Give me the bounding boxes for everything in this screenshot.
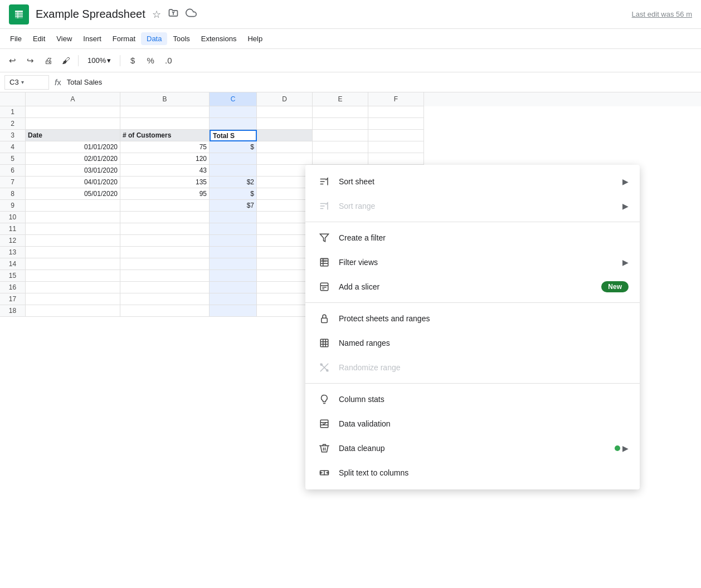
cell-a10[interactable]	[26, 212, 120, 223]
cell-e2[interactable]	[313, 118, 368, 130]
cell-a5[interactable]: 02/01/2020	[26, 153, 120, 165]
cell-a6[interactable]: 03/01/2020	[26, 165, 120, 177]
star-icon[interactable]: ☆	[152, 8, 161, 21]
cell-c7[interactable]: $2	[210, 177, 257, 188]
col-header-b[interactable]: B	[120, 92, 210, 106]
cell-b7[interactable]: 135	[120, 177, 210, 188]
currency-button[interactable]: $	[125, 53, 140, 68]
menu-item-randomize-range[interactable]: Randomize range	[305, 355, 640, 380]
cell-d5[interactable]	[257, 153, 313, 165]
menu-item-named-ranges[interactable]: Named ranges	[305, 331, 640, 355]
cell-b10[interactable]	[120, 212, 210, 223]
cell-d8[interactable]	[257, 188, 313, 200]
cell-b8[interactable]: 95	[120, 188, 210, 200]
cell-a7[interactable]: 04/01/2020	[26, 177, 120, 188]
cell-c9[interactable]: $7	[210, 200, 257, 212]
menu-item-add-slicer[interactable]: Add a slicer New	[305, 275, 640, 299]
cell-a9[interactable]	[26, 200, 120, 212]
redo-button[interactable]: ↪	[22, 53, 38, 68]
cell-d7[interactable]	[257, 177, 313, 188]
formula-input[interactable]: Total Sales	[67, 78, 697, 86]
cell-d1[interactable]	[257, 106, 313, 118]
cell-b5[interactable]: 120	[120, 153, 210, 165]
cell-c1[interactable]	[210, 106, 257, 118]
menu-file[interactable]: File	[4, 32, 27, 45]
data-cleanup-dot-arrow: ▶	[615, 444, 629, 453]
row-num-7: 7	[0, 177, 26, 188]
cell-a3[interactable]: Date	[26, 130, 120, 141]
cell-e3[interactable]	[313, 130, 368, 141]
zoom-control[interactable]: 100% ▾	[83, 55, 115, 66]
doc-title[interactable]: Example Spreadsheet	[36, 8, 145, 21]
menu-item-filter-views[interactable]: Filter views ▶	[305, 250, 640, 275]
data-cleanup-arrow: ▶	[622, 444, 629, 453]
cell-c6[interactable]	[210, 165, 257, 177]
cell-b6[interactable]: 43	[120, 165, 210, 177]
cell-b4[interactable]: 75	[120, 141, 210, 153]
cell-b1[interactable]	[120, 106, 210, 118]
cell-e1[interactable]	[313, 106, 368, 118]
title-bar: Example Spreadsheet ☆ Last edit was 56 m	[0, 0, 701, 29]
folder-icon[interactable]	[168, 7, 179, 21]
menu-item-data-cleanup[interactable]: Data cleanup ▶	[305, 436, 640, 460]
menu-tools[interactable]: Tools	[167, 32, 195, 45]
menu-item-split-text[interactable]: Split text to columns	[305, 460, 640, 485]
menu-format[interactable]: Format	[107, 32, 141, 45]
cell-a1[interactable]	[26, 106, 120, 118]
menu-edit[interactable]: Edit	[27, 32, 51, 45]
cell-c3[interactable]: Total S	[210, 130, 257, 141]
menu-item-sort-sheet[interactable]: Sort sheet ▶	[305, 169, 640, 194]
cell-d2[interactable]	[257, 118, 313, 130]
print-button[interactable]: 🖨	[40, 53, 56, 68]
col-header-e[interactable]: E	[313, 92, 368, 106]
col-header-d[interactable]: D	[257, 92, 313, 106]
menu-view[interactable]: View	[51, 32, 77, 45]
cell-a8[interactable]: 05/01/2020	[26, 188, 120, 200]
cell-c10[interactable]	[210, 212, 257, 223]
cell-c8[interactable]: $	[210, 188, 257, 200]
menu-item-data-validation[interactable]: Data validation	[305, 411, 640, 436]
sheet-container: A B C D E F 1 2 3 Date	[0, 92, 701, 588]
cell-f1[interactable]	[368, 106, 424, 118]
cell-d9[interactable]	[257, 200, 313, 212]
decimal-button[interactable]: .0	[160, 53, 176, 68]
split-icon	[317, 468, 332, 478]
cloud-icon[interactable]	[186, 7, 197, 21]
cell-a4[interactable]: 01/01/2020	[26, 141, 120, 153]
named-ranges-icon	[317, 338, 332, 348]
menu-item-column-stats[interactable]: Column stats	[305, 387, 640, 411]
cell-d10[interactable]	[257, 212, 313, 223]
col-header-a[interactable]: A	[26, 92, 120, 106]
cell-d6[interactable]	[257, 165, 313, 177]
cell-e4[interactable]	[313, 141, 368, 153]
cell-f5[interactable]	[368, 153, 424, 165]
cell-f4[interactable]	[368, 141, 424, 153]
cell-b2[interactable]	[120, 118, 210, 130]
menu-insert[interactable]: Insert	[77, 32, 107, 45]
undo-button[interactable]: ↩	[4, 53, 20, 68]
cell-a2[interactable]	[26, 118, 120, 130]
col-header-c[interactable]: C	[210, 92, 257, 106]
cell-reference[interactable]: C3 ▾	[4, 75, 49, 90]
cell-f3[interactable]	[368, 130, 424, 141]
cell-d3[interactable]	[257, 130, 313, 141]
cell-d4[interactable]	[257, 141, 313, 153]
menu-data[interactable]: Data	[141, 32, 167, 45]
last-edit-text[interactable]: Last edit was 56 m	[632, 10, 692, 18]
cell-c2[interactable]	[210, 118, 257, 130]
menu-item-protect-sheets[interactable]: Protect sheets and ranges	[305, 306, 640, 331]
cell-c4[interactable]: $	[210, 141, 257, 153]
cell-c5[interactable]	[210, 153, 257, 165]
paint-format-button[interactable]: 🖌	[58, 53, 74, 68]
cell-b3[interactable]: # of Customers	[120, 130, 210, 141]
menu-extensions[interactable]: Extensions	[196, 32, 242, 45]
menu-item-create-filter[interactable]: Create a filter	[305, 226, 640, 250]
menu-help[interactable]: Help	[242, 32, 268, 45]
cell-f2[interactable]	[368, 118, 424, 130]
cell-e5[interactable]	[313, 153, 368, 165]
cell-ref-dropdown[interactable]: ▾	[21, 79, 24, 85]
col-header-f[interactable]: F	[368, 92, 424, 106]
cell-b9[interactable]	[120, 200, 210, 212]
menu-item-sort-range[interactable]: Sort range ▶	[305, 194, 640, 218]
percent-button[interactable]: %	[143, 53, 158, 68]
